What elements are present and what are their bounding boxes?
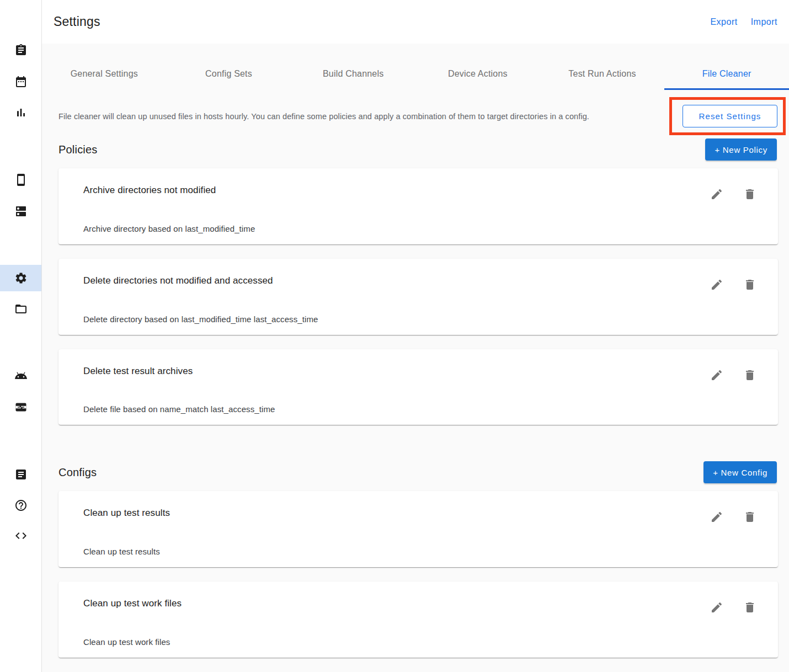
sidebar-item-schedule[interactable] — [0, 68, 41, 95]
delete-policy-button[interactable] — [743, 278, 756, 291]
edit-policy-button[interactable] — [710, 369, 723, 382]
config-card: Clean up test results Clean up test resu… — [58, 491, 778, 567]
sidebar-item-test-plans[interactable] — [0, 37, 41, 63]
policy-card: Delete directories not modified and acce… — [58, 259, 778, 335]
delete-config-button[interactable] — [743, 510, 756, 524]
edit-config-button[interactable] — [710, 601, 723, 614]
code-icon — [14, 529, 28, 542]
tab-test-run-actions[interactable]: Test Run Actions — [540, 44, 665, 90]
file-cleaner-description: File cleaner will clean up unused files … — [58, 112, 669, 121]
pencil-icon — [710, 278, 723, 291]
policy-card: Delete test result archives Delete file … — [58, 349, 778, 425]
config-subtitle: Clean up test results — [83, 547, 160, 556]
sidebar-item-file-browser[interactable] — [0, 296, 41, 322]
page-title: Settings — [54, 14, 100, 29]
policy-title: Archive directories not modified — [83, 185, 751, 196]
sidebar-item-api[interactable] — [0, 522, 41, 549]
sidebar-item-settings[interactable] — [0, 265, 41, 291]
import-link[interactable]: Import — [751, 17, 777, 27]
sidebar-item-monitoring[interactable] — [0, 394, 41, 420]
edit-config-button[interactable] — [710, 510, 723, 524]
sidebar-item-reports[interactable] — [0, 99, 41, 126]
policy-subtitle: Delete directory based on last_modified_… — [83, 314, 318, 324]
edit-policy-button[interactable] — [710, 188, 723, 201]
policies-section-header: Policies + New Policy — [58, 138, 777, 161]
pencil-icon — [710, 510, 723, 524]
policy-title: Delete test result archives — [83, 366, 751, 377]
pencil-icon — [710, 601, 723, 614]
server-rack-icon — [14, 205, 28, 218]
pencil-icon — [710, 369, 723, 382]
config-card: Clean up test work files Clean up test w… — [58, 582, 778, 658]
policy-subtitle: Delete file based on name_match last_acc… — [83, 404, 275, 414]
folder-icon — [14, 302, 28, 316]
sidebar-item-docs[interactable] — [0, 461, 41, 488]
help-icon — [14, 499, 28, 512]
trash-icon — [743, 510, 756, 524]
trash-icon — [743, 278, 756, 291]
sidebar-item-hosts[interactable] — [0, 198, 41, 225]
delete-policy-button[interactable] — [743, 188, 756, 201]
file-cleaner-header: File cleaner will clean up unused files … — [58, 97, 786, 135]
config-title: Clean up test results — [83, 508, 751, 519]
tab-build-channels[interactable]: Build Channels — [291, 44, 415, 90]
clipboard-icon — [14, 44, 28, 57]
config-subtitle: Clean up test work files — [83, 637, 170, 647]
trash-icon — [743, 601, 756, 614]
card-actions — [710, 510, 756, 524]
delete-policy-button[interactable] — [743, 369, 756, 382]
sidebar-item-devices[interactable] — [0, 167, 41, 193]
card-actions — [710, 369, 756, 382]
card-actions — [710, 188, 756, 201]
article-icon — [14, 468, 28, 481]
trash-icon — [743, 188, 756, 201]
smartphone-icon — [14, 173, 28, 186]
export-link[interactable]: Export — [710, 17, 737, 27]
android-icon — [14, 369, 28, 382]
bar-chart-icon — [14, 106, 28, 119]
tab-file-cleaner[interactable]: File Cleaner — [664, 44, 789, 90]
card-actions — [710, 278, 756, 291]
sidebar — [0, 0, 42, 672]
sidebar-item-help[interactable] — [0, 492, 41, 519]
tab-device-actions[interactable]: Device Actions — [415, 44, 540, 90]
policy-card: Archive directories not modified Archive… — [58, 168, 778, 244]
policies-heading: Policies — [58, 143, 98, 156]
annotation-highlight-box: Reset Settings — [669, 97, 786, 135]
new-policy-button[interactable]: + New Policy — [705, 138, 777, 161]
sidebar-item-android[interactable] — [0, 362, 41, 389]
policy-title: Delete directories not modified and acce… — [83, 275, 751, 286]
calendar-icon — [14, 75, 28, 88]
topbar-links: Export Import — [710, 17, 777, 27]
gear-icon — [14, 271, 28, 285]
app-root: Settings Export Import General Settings … — [0, 0, 789, 672]
policy-subtitle: Archive directory based on last_modified… — [83, 224, 255, 233]
config-title: Clean up test work files — [83, 598, 751, 609]
configs-section-header: Configs + New Config — [58, 461, 777, 483]
topbar: Settings Export Import — [42, 0, 789, 44]
card-actions — [710, 601, 756, 614]
configs-heading: Configs — [58, 466, 97, 479]
pencil-icon — [710, 188, 723, 201]
trash-icon — [743, 369, 756, 382]
reset-settings-button[interactable]: Reset Settings — [683, 105, 777, 127]
settings-tabbar: General Settings Config Sets Build Chann… — [42, 44, 789, 90]
tab-general-settings[interactable]: General Settings — [42, 44, 167, 90]
delete-config-button[interactable] — [743, 601, 756, 614]
monitoring-icon — [14, 401, 28, 414]
edit-policy-button[interactable] — [710, 278, 723, 291]
new-config-button[interactable]: + New Config — [703, 461, 777, 483]
main-area: Settings Export Import General Settings … — [42, 0, 789, 672]
tab-config-sets[interactable]: Config Sets — [167, 44, 291, 90]
